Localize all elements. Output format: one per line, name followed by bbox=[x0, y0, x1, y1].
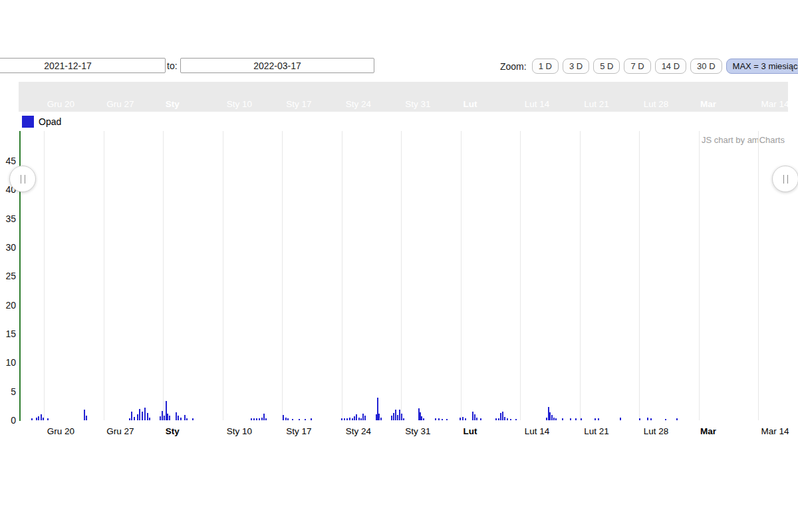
precipitation-bar bbox=[253, 418, 255, 420]
precipitation-bar bbox=[287, 418, 289, 420]
scrollbar-date-label: Lut 14 bbox=[525, 99, 550, 109]
precipitation-bar bbox=[446, 419, 448, 420]
drag-grip-icon bbox=[783, 175, 788, 184]
zoom-button-1d[interactable]: 1 D bbox=[532, 59, 559, 74]
zoom-label: Zoom: bbox=[500, 61, 527, 72]
scrollbar-date-label: Gru 27 bbox=[106, 99, 134, 109]
scrollbar-date-label: Mar 14 bbox=[761, 99, 789, 109]
gridline bbox=[639, 131, 640, 420]
scrollbar-date-label: Sty 31 bbox=[405, 99, 430, 109]
precipitation-bar bbox=[346, 418, 348, 420]
precipitation-bar bbox=[129, 418, 130, 420]
precipitation-bar bbox=[176, 412, 177, 420]
zoom-button-max[interactable]: MAX = 3 miesiące bbox=[726, 59, 798, 74]
precipitation-bar bbox=[498, 418, 499, 420]
date-to-input[interactable] bbox=[180, 58, 374, 73]
precipitation-bar bbox=[360, 418, 362, 420]
x-axis-label: Sty 17 bbox=[286, 426, 311, 436]
precipitation-bar bbox=[311, 418, 312, 420]
precipitation-bar bbox=[144, 408, 146, 420]
gridline bbox=[44, 131, 45, 420]
precipitation-bar bbox=[598, 418, 599, 420]
date-from-input[interactable] bbox=[0, 58, 166, 73]
precipitation-bar bbox=[180, 418, 182, 420]
y-axis-label: 15 bbox=[0, 329, 16, 339]
precipitation-bar bbox=[164, 416, 165, 420]
precipitation-bar bbox=[341, 418, 342, 420]
x-axis-label: Lut bbox=[463, 426, 477, 436]
precipitation-bar bbox=[364, 416, 366, 420]
chart-legend[interactable]: Opad bbox=[22, 116, 61, 128]
scrollbar-date-label: Sty 17 bbox=[286, 99, 311, 109]
zoom-button-7d[interactable]: 7 D bbox=[624, 59, 650, 74]
scrollbar-track[interactable]: Gru 20Gru 27StySty 10Sty 17Sty 24Sty 31L… bbox=[19, 82, 788, 112]
precipitation-bar bbox=[647, 418, 648, 420]
zoom-button-5d[interactable]: 5 D bbox=[593, 59, 620, 74]
precipitation-bar bbox=[639, 418, 640, 420]
chart-scrollbar[interactable]: Gru 20Gru 27StySty 10Sty 17Sty 24Sty 31L… bbox=[0, 82, 798, 112]
gridline bbox=[461, 131, 462, 420]
precipitation-bar bbox=[401, 414, 402, 420]
precipitation-bar bbox=[421, 416, 422, 420]
precipitation-bar bbox=[502, 412, 503, 420]
x-axis-label: Sty 31 bbox=[405, 426, 430, 436]
precipitation-bar bbox=[251, 418, 252, 420]
precipitation-bar bbox=[292, 419, 293, 420]
zoom-controls: Zoom: 1 D 3 D 5 D 7 D 14 D 30 D MAX = 3 … bbox=[500, 59, 798, 74]
precipitation-bar bbox=[553, 418, 555, 420]
scrollbar-date-label: Mar bbox=[700, 99, 716, 109]
precipitation-bar bbox=[184, 415, 186, 420]
precipitation-bar bbox=[31, 418, 33, 420]
precipitation-bar bbox=[676, 418, 678, 420]
precipitation-bar bbox=[595, 418, 596, 420]
precipitation-bar bbox=[261, 418, 263, 420]
x-axis-label: Gru 27 bbox=[106, 426, 134, 436]
precipitation-bar bbox=[507, 418, 508, 420]
precipitation-bar bbox=[495, 418, 497, 420]
zoom-button-30d[interactable]: 30 D bbox=[690, 59, 722, 74]
gridline bbox=[163, 131, 164, 420]
amcharts-credit[interactable]: JS chart by amCharts bbox=[702, 135, 785, 145]
precipitation-bar bbox=[186, 418, 188, 420]
top-controls-bar: to: Zoom: 1 D 3 D 5 D 7 D 14 D 30 D MAX … bbox=[0, 0, 798, 80]
precipitation-chart: JS chart by amCharts Gru 20Gru 27StySty … bbox=[0, 130, 798, 442]
precipitation-bar bbox=[562, 418, 563, 420]
precipitation-bar bbox=[263, 414, 265, 420]
y-axis-label: 10 bbox=[0, 357, 16, 368]
zoom-button-14d[interactable]: 14 D bbox=[655, 59, 686, 74]
precipitation-bar bbox=[423, 418, 424, 420]
precipitation-bar bbox=[84, 410, 85, 420]
y-axis-label: 5 bbox=[0, 386, 16, 397]
precipitation-bar bbox=[285, 418, 287, 420]
y-axis-label: 0 bbox=[0, 415, 16, 426]
precipitation-bar bbox=[139, 409, 140, 420]
x-axis-label: Lut 21 bbox=[584, 426, 609, 436]
precipitation-bar bbox=[142, 412, 143, 420]
precipitation-bar bbox=[476, 418, 477, 420]
precipitation-bar bbox=[575, 418, 577, 420]
scrollbar-left-handle[interactable] bbox=[9, 166, 36, 192]
precipitation-bar bbox=[650, 418, 652, 420]
precipitation-bar bbox=[546, 418, 547, 420]
y-axis-label: 25 bbox=[0, 271, 16, 281]
precipitation-bar bbox=[555, 418, 557, 420]
gridline bbox=[580, 131, 581, 420]
precipitation-bar bbox=[259, 418, 260, 420]
precipitation-bar bbox=[149, 418, 150, 420]
x-axis-label: Sty 10 bbox=[227, 426, 252, 436]
gridline bbox=[520, 131, 521, 420]
gridline bbox=[699, 131, 700, 420]
scrollbar-date-label: Gru 20 bbox=[47, 99, 74, 109]
gridline bbox=[104, 131, 104, 420]
precipitation-bar bbox=[147, 413, 148, 420]
legend-marker-opad bbox=[22, 116, 34, 128]
zoom-button-3d[interactable]: 3 D bbox=[563, 59, 589, 74]
precipitation-bar bbox=[397, 415, 398, 420]
scrollbar-right-handle[interactable] bbox=[772, 166, 798, 192]
to-label: to: bbox=[167, 61, 178, 71]
scrollbar-date-label: Lut 28 bbox=[644, 99, 669, 109]
scrollbar-date-label: Lut bbox=[463, 99, 477, 109]
precipitation-bar bbox=[358, 418, 360, 420]
precipitation-bar bbox=[391, 416, 392, 420]
x-axis-label: Gru 20 bbox=[47, 426, 74, 436]
